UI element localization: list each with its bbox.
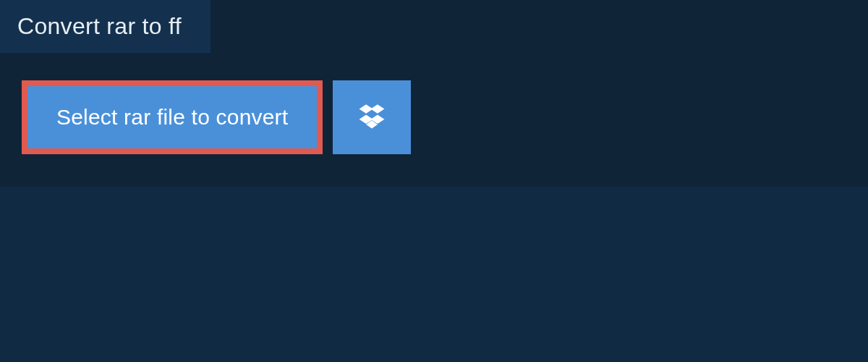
tab-convert[interactable]: Convert rar to ff [0,0,210,53]
select-file-label: Select rar file to convert [56,105,288,130]
convert-panel: Convert rar to ff Select rar file to con… [0,0,868,187]
select-file-button[interactable]: Select rar file to convert [22,80,323,154]
dropbox-button[interactable] [333,80,411,154]
tab-title: Convert rar to ff [17,13,182,39]
button-row: Select rar file to convert [22,80,868,154]
dropbox-icon [358,102,386,132]
